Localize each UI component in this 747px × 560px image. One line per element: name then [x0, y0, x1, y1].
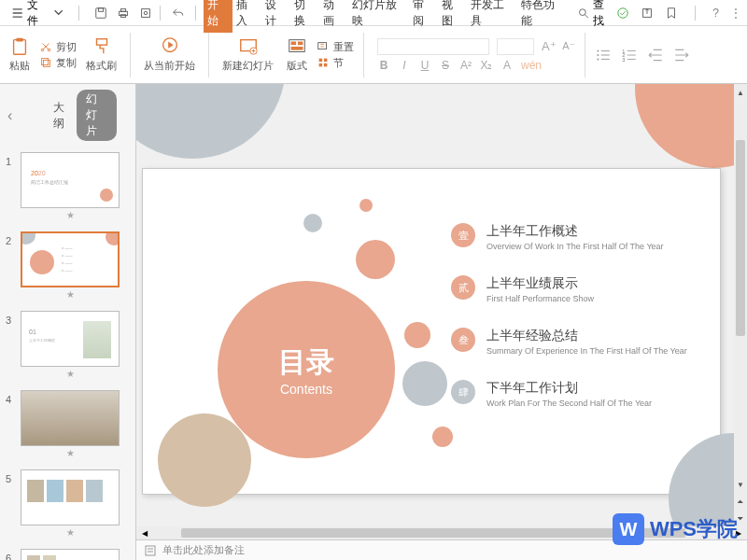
tab-view[interactable]: 视图: [438, 0, 467, 33]
svg-rect-10: [14, 40, 26, 55]
numbering-icon[interactable]: 123: [621, 47, 638, 63]
tab-dev[interactable]: 开发工具: [467, 0, 517, 33]
underline-button[interactable]: U: [418, 59, 431, 72]
collapse-panel-icon[interactable]: ‹: [0, 102, 20, 130]
circle-shape: [158, 413, 251, 507]
toc-item: 肆下半年工作计划Work Plan For The Second Half Of…: [451, 380, 687, 408]
file-label: 文件: [27, 0, 49, 29]
font-select[interactable]: [377, 38, 489, 55]
undo-icon[interactable]: [172, 7, 185, 20]
prev-slide-icon[interactable]: ⏶: [734, 493, 747, 510]
strike-button[interactable]: S: [439, 59, 452, 72]
indent-dec-icon[interactable]: [647, 47, 664, 63]
svg-rect-23: [291, 47, 303, 50]
thumbnail-4[interactable]: [21, 390, 120, 446]
thumbnail-3[interactable]: 01上半年工作概述: [21, 311, 120, 367]
svg-point-31: [597, 58, 599, 60]
print-preview-icon[interactable]: [139, 7, 152, 20]
tab-animation[interactable]: 动画: [319, 0, 348, 33]
help-icon[interactable]: ?: [712, 7, 719, 20]
increase-font-icon[interactable]: A⁺: [542, 39, 555, 53]
copy-button[interactable]: 复制: [39, 56, 77, 70]
menubar: 文件 开始 插入 设计 切换 动画 幻灯片放映 审阅 视图 开发工具 特色功能 …: [0, 0, 747, 26]
decoration-circle: [635, 84, 747, 168]
scroll-thumb[interactable]: [736, 140, 745, 336]
star-icon[interactable]: ★: [66, 210, 75, 220]
scroll-down-icon[interactable]: ▼: [734, 476, 747, 493]
clear-format-button[interactable]: A: [500, 59, 514, 72]
search-button[interactable]: 查找: [577, 0, 615, 29]
svg-rect-1: [98, 7, 103, 11]
layout-button[interactable]: 版式: [283, 35, 311, 75]
canvas-area: 目录 Contents 壹上半年工作概述Overview Of Work In …: [136, 84, 747, 560]
toc-item: 叁上半年经验总结Summary Of Experience In The Fir…: [451, 328, 687, 356]
tab-insert[interactable]: 插入: [233, 0, 261, 33]
fontsize-select[interactable]: [497, 38, 534, 55]
circle-shape: [404, 322, 430, 348]
format-painter-button[interactable]: 格式刷: [82, 35, 120, 75]
from-current-button[interactable]: 从当前开始: [140, 35, 199, 75]
thumbnail-6[interactable]: [21, 549, 120, 560]
more-icon[interactable]: ⋮: [730, 7, 741, 20]
svg-rect-24: [318, 43, 327, 49]
superscript-button[interactable]: A²: [459, 59, 472, 72]
bold-button[interactable]: B: [377, 59, 390, 72]
star-icon[interactable]: ★: [66, 448, 75, 458]
title-zh: 目录: [278, 343, 334, 382]
bookmark-icon[interactable]: [665, 7, 678, 20]
new-slide-button[interactable]: 新建幻灯片: [218, 35, 277, 75]
print-icon[interactable]: [117, 7, 130, 20]
tab-outline[interactable]: 大纲: [53, 100, 67, 132]
vertical-scrollbar[interactable]: ▲ ▼ ⏶ ⏷: [734, 84, 747, 526]
decrease-font-icon[interactable]: A⁻: [562, 40, 575, 52]
thumbnail-5[interactable]: [21, 469, 120, 525]
tab-special[interactable]: 特色功能: [517, 0, 568, 33]
thumbnail-1[interactable]: 2020简洁工作总结汇报: [21, 152, 120, 208]
slide-panel: ‹ 大纲 幻灯片 12020简洁工作总结汇报★ 2○ ——○ ——○ ——○ —…: [0, 84, 136, 560]
paste-button[interactable]: 粘贴: [6, 35, 34, 75]
svg-rect-27: [319, 63, 323, 67]
star-icon[interactable]: ★: [66, 527, 75, 538]
watermark-text: WPS学院: [650, 515, 738, 543]
tab-slideshow[interactable]: 幻灯片放映: [348, 0, 409, 33]
toc-item: 壹上半年工作概述Overview Of Work In The First Ha…: [451, 223, 687, 251]
svg-rect-21: [291, 42, 297, 46]
ribbon-tabs: 开始 插入 设计 切换 动画 幻灯片放映 审阅 视图 开发工具 特色功能: [204, 0, 568, 33]
scroll-up-icon[interactable]: ▲: [734, 84, 747, 101]
tab-review[interactable]: 审阅: [409, 0, 438, 33]
reset-button[interactable]: 重置: [317, 40, 354, 54]
file-menu[interactable]: 文件: [6, 0, 71, 31]
svg-rect-3: [120, 8, 125, 11]
ribbon: 粘贴 剪切 复制 格式刷 从当前开始 新建幻灯片 版式 重置 节: [0, 26, 747, 84]
tab-transition[interactable]: 切换: [290, 0, 319, 33]
svg-rect-14: [42, 59, 49, 65]
bullets-icon[interactable]: [595, 47, 612, 63]
section-button[interactable]: 节: [317, 56, 354, 70]
save-icon[interactable]: [94, 7, 107, 20]
slide-canvas[interactable]: 目录 Contents 壹上半年工作概述Overview Of Work In …: [142, 168, 721, 495]
svg-point-29: [597, 49, 599, 51]
text-effect-button[interactable]: X₂: [480, 59, 493, 72]
circle-shape: [432, 427, 453, 447]
share-icon[interactable]: [641, 7, 654, 20]
watermark: W WPS学院: [613, 513, 738, 545]
phonetic-button[interactable]: wén: [521, 59, 534, 72]
sync-icon[interactable]: [616, 7, 629, 20]
circle-shape: [303, 214, 322, 232]
search-label: 查找: [593, 0, 614, 29]
svg-rect-5: [141, 8, 149, 17]
notes-icon: [144, 544, 157, 557]
thumbnail-2[interactable]: ○ ——○ ——○ ——○ ——: [21, 231, 120, 287]
star-icon[interactable]: ★: [66, 289, 75, 300]
star-icon[interactable]: ★: [66, 369, 75, 379]
title-circle: 目录 Contents: [218, 281, 395, 458]
notes-placeholder: 单击此处添加备注: [162, 543, 245, 557]
tab-slides[interactable]: 幻灯片: [77, 90, 117, 141]
svg-rect-16: [96, 39, 106, 45]
scroll-thumb[interactable]: [181, 528, 685, 538]
tab-design[interactable]: 设计: [261, 0, 290, 33]
tab-start[interactable]: 开始: [204, 0, 233, 33]
italic-button[interactable]: I: [398, 59, 411, 72]
indent-inc-icon[interactable]: [673, 47, 690, 63]
cut-button[interactable]: 剪切: [39, 40, 77, 54]
